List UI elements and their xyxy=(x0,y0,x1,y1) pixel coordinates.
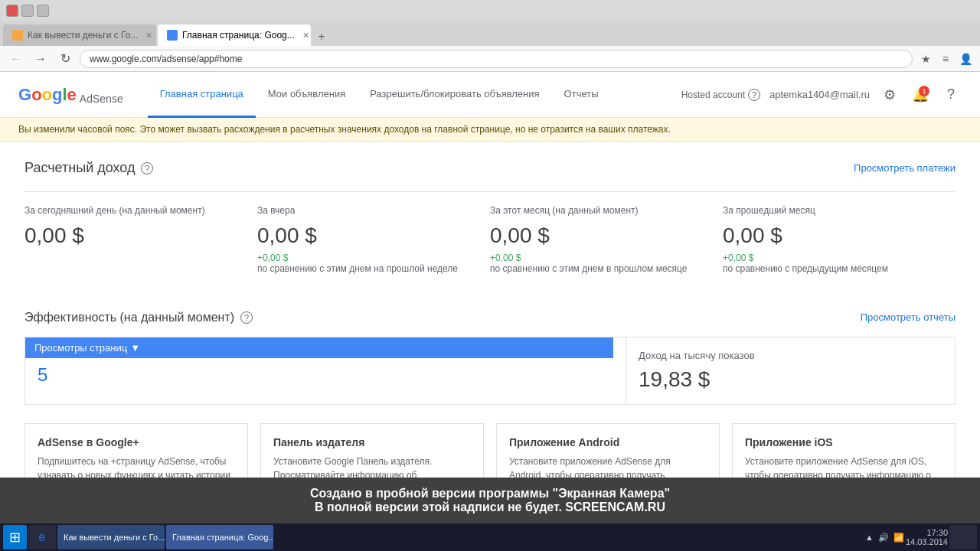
perf-title: Эффективность (на данный момент) ? xyxy=(24,311,253,324)
chart-value-area: 5 xyxy=(25,358,613,392)
chart-right-value: 19,83 $ xyxy=(639,367,942,392)
chart-right-label: Доход на тысячу показов xyxy=(639,350,942,361)
start-button[interactable]: ⊞ xyxy=(3,525,27,549)
help-icon[interactable]: ? xyxy=(940,84,962,106)
chart-right: Доход на тысячу показов 19,83 $ xyxy=(626,337,955,404)
income-card-yesterday: За вчера 0,00 $ +0,00 $ по сравнению с э… xyxy=(257,204,490,286)
income-card-today: За сегодняшний день (на данный момент) 0… xyxy=(24,204,257,286)
refresh-button[interactable]: ↻ xyxy=(55,49,75,69)
taskbar-app-2[interactable]: Главная страница: Goog... xyxy=(166,525,273,549)
hosted-account-label: Hosted account xyxy=(681,90,745,100)
notification-badge: 1 xyxy=(919,86,929,96)
income-amount-yesterday: 0,00 $ xyxy=(257,223,478,248)
hosted-account-badge: Hosted account ? xyxy=(681,89,760,101)
performance-section: Эффективность (на данный момент) ? Просм… xyxy=(24,311,956,405)
notifications-icon[interactable]: 🔔 1 xyxy=(910,84,931,106)
income-amount-thismonth: 0,00 $ xyxy=(490,223,710,248)
tab-favicon-2 xyxy=(167,30,178,41)
show-desktop-button[interactable] xyxy=(949,525,977,549)
forward-button[interactable]: → xyxy=(31,49,51,69)
chevron-down-icon: ▼ xyxy=(130,342,140,354)
nav-home[interactable]: Главная страница xyxy=(148,72,256,118)
perf-help-icon[interactable]: ? xyxy=(240,311,253,324)
perf-title-text: Эффективность (на данный момент) xyxy=(24,311,234,324)
income-change-positive-yesterday: +0,00 $ xyxy=(257,253,288,263)
logo-area: Google AdSense xyxy=(18,85,123,105)
clock-date: 14.03.2014 xyxy=(906,537,948,546)
chart-value: 5 xyxy=(38,364,601,386)
hosted-help-icon[interactable]: ? xyxy=(748,89,760,101)
app-card-googleplus: AdSense в Google+ Подпишитесь на +страни… xyxy=(24,423,248,478)
menu-icon[interactable]: ≡ xyxy=(937,51,954,67)
tray-icon-3: 📶 xyxy=(893,533,904,543)
warning-banner: Вы изменили часовой пояс. Это может вызв… xyxy=(0,118,980,142)
tab-bar: Как вывести деньги с Го... ✕ Главная стр… xyxy=(0,21,980,46)
watermark-line1: Создано в пробной версии программы "Экра… xyxy=(9,487,971,500)
app-card-title-android: Приложение Android xyxy=(509,436,707,448)
taskbar-app-1[interactable]: Как вывести деньги с Го... xyxy=(57,525,165,549)
new-tab-button[interactable]: + xyxy=(312,28,331,46)
nav-right: Hosted account ? aptemka1404@mail.ru ⚙ 🔔… xyxy=(681,84,962,106)
income-change-thismonth: +0,00 $ по сравнению с этим днем в прошл… xyxy=(490,253,710,274)
chart-dropdown[interactable]: Просмотры страниц ▼ xyxy=(25,337,613,358)
perf-header: Эффективность (на данный момент) ? Просм… xyxy=(24,311,956,324)
income-amount-lastmonth: 0,00 $ xyxy=(723,223,943,248)
url-text: www.google.com/adsense/app#home xyxy=(90,54,242,64)
minimize-button[interactable] xyxy=(21,5,34,17)
maximize-button[interactable] xyxy=(37,5,49,17)
taskbar-clock: 17:30 14.03.2014 xyxy=(906,528,948,546)
warning-text: Вы изменили часовой пояс. Это может вызв… xyxy=(18,124,671,135)
nav-links: Главная страница Мои объявления Разрешит… xyxy=(148,72,611,118)
income-change-note-thismonth: по сравнению с этим днем в прошлом месяц… xyxy=(490,263,687,274)
income-change-positive-lastmonth: +0,00 $ xyxy=(723,253,753,263)
tray-icon-1: ▲ xyxy=(865,533,874,542)
chart-container: Просмотры страниц ▼ 5 Доход на тысячу по… xyxy=(24,337,956,405)
income-change-lastmonth: +0,00 $ по сравнению с предыдущим месяце… xyxy=(723,253,943,274)
income-cards: За сегодняшний день (на данный момент) 0… xyxy=(24,191,956,286)
app-card-title-ios: Приложение iOS xyxy=(745,436,942,448)
income-change-positive-thismonth: +0,00 $ xyxy=(490,253,521,263)
user-email: aptemka1404@mail.ru xyxy=(769,89,870,100)
google-logo: Google xyxy=(18,85,77,105)
top-nav: Google AdSense Главная страница Мои объя… xyxy=(0,72,980,118)
taskbar-app-label-2: Главная страница: Goog... xyxy=(172,533,273,542)
settings-icon[interactable]: ⚙ xyxy=(879,84,900,106)
tab-close-2[interactable]: ✕ xyxy=(302,31,309,41)
chart-left: Просмотры страниц ▼ 5 xyxy=(25,337,613,404)
nav-ads[interactable]: Мои объявления xyxy=(256,72,358,118)
profile-icon[interactable]: 👤 xyxy=(957,51,974,67)
app-card-title-publisher: Панель издателя xyxy=(273,436,471,448)
income-label-today: За сегодняшний день (на данный момент) xyxy=(24,204,245,217)
tab-favicon-1 xyxy=(12,30,23,41)
tab-title-2: Главная страница: Goog... xyxy=(182,30,295,41)
view-reports-link[interactable]: Просмотреть отчеты xyxy=(861,311,956,323)
url-bar[interactable]: www.google.com/adsense/app#home xyxy=(80,50,913,68)
address-right: ★ ≡ 👤 xyxy=(917,51,974,67)
system-tray: ▲ 🔊 📶 xyxy=(865,533,904,543)
nav-reports[interactable]: Отчеты xyxy=(552,72,611,118)
app-card-publisher: Панель издателя Установите Google Панель… xyxy=(260,423,484,478)
app-card-title-googleplus: AdSense в Google+ xyxy=(38,436,235,448)
app-card-text-googleplus: Подпишитесь на +страницу AdSense, чтобы … xyxy=(38,455,235,478)
tab-1[interactable]: Как вывести деньги с Го... ✕ xyxy=(3,24,156,46)
view-payments-link[interactable]: Просмотреть платежи xyxy=(854,162,956,174)
tab-2[interactable]: Главная страница: Goog... ✕ xyxy=(158,24,311,46)
income-card-thismonth: За этот месяц (на данный момент) 0,00 $ … xyxy=(490,204,723,286)
nav-allow-block[interactable]: Разрешить/блокировать объявления xyxy=(358,72,551,118)
income-label-thismonth: За этот месяц (на данный момент) xyxy=(490,204,710,217)
tab-close-1[interactable]: ✕ xyxy=(145,31,152,41)
income-help-icon[interactable]: ? xyxy=(141,162,153,174)
close-button[interactable] xyxy=(6,5,18,17)
income-amount-today: 0,00 $ xyxy=(24,223,245,248)
income-label-yesterday: За вчера xyxy=(257,204,478,217)
main-content: Расчетный доход ? Просмотреть платежи За… xyxy=(0,142,980,478)
income-card-lastmonth: За прошедший месяц 0,00 $ +0,00 $ по сра… xyxy=(723,204,956,286)
tray-icon-2: 🔊 xyxy=(878,533,889,543)
app-card-text-publisher: Установите Google Панель издателя. Просм… xyxy=(273,455,471,478)
back-button[interactable]: ← xyxy=(6,49,26,69)
taskbar: ⊞ e Как вывести деньги с Го... Главная с… xyxy=(0,523,980,551)
ie-icon[interactable]: e xyxy=(28,525,56,549)
app-card-ios: Приложение iOS Установите приложение AdS… xyxy=(732,423,956,478)
app-card-text-ios: Установите приложение AdSense для iOS, ч… xyxy=(745,455,942,478)
bookmarks-icon[interactable]: ★ xyxy=(917,51,934,67)
